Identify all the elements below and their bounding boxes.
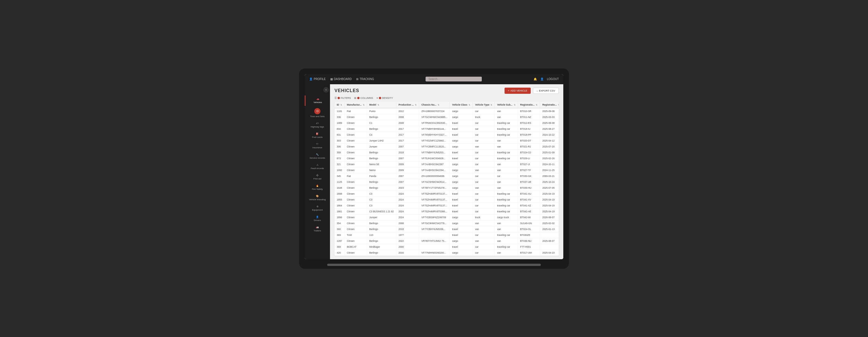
person-icon: 👤 [309,77,313,80]
table-row[interactable]: 1896CitroenJumper2024VF7YDBS9F6ZZ49709ca… [335,214,559,220]
table-row[interactable]: 1092CitroenNemo2009VF7AABHSC842294...car… [335,167,559,173]
table-cell: 834 [335,126,344,132]
notification-bell-icon[interactable]: 🔔 [533,77,537,80]
table-cell: Berlingo [367,179,396,185]
sidebar-item-service[interactable]: 🔧 Service records [305,151,330,162]
density-button[interactable]: ≡ DENSITY [376,97,393,99]
table-row[interactable]: 1089CitroenC12008VF7PM0CFAC892930...trav… [335,120,559,126]
col-registration1[interactable]: Registratio... ⇅ [518,102,540,108]
table-cell: 2025-04-19 [540,202,559,208]
table-row[interactable]: 1855CitroenC32024VF75ZH4MRV8T0137...trav… [335,197,559,202]
col-manufacturer[interactable]: Manufactur... ⇅ [344,102,367,108]
columns-button[interactable]: ⊞ COLUMNS [354,97,373,99]
table-cell: 2017 [396,126,419,132]
search-input[interactable] [426,77,482,81]
table-cell: 420 [335,250,344,256]
sidebar-item-trailers[interactable]: 🚛 Trailers [305,224,330,234]
table-row[interactable]: 345FiatPanda2007ZFA16900000994696cargoca… [335,173,559,179]
table-row[interactable]: 369BOBCATMiniBager2000travelcartraveling… [335,244,559,250]
table-cell: van [495,220,518,226]
table-cell: 2025-04-23 [540,250,559,256]
sidebar-item-fuel[interactable]: ⛽ Fuel cards [305,130,330,141]
table-cell: ZFA18800007037224 [419,108,450,114]
table-row[interactable]: 306CitroenJumper2007VF7YCBMFC113520...ca… [335,143,559,149]
table-row[interactable]: 1101FiatPunto2012ZFA18800007037224cargoc… [335,108,559,114]
table-cell: traveling car [495,202,518,208]
table-cell: Citroen [344,202,367,208]
export-csv-button[interactable]: ↓ EXPORT CSV [533,88,559,94]
col-chassis[interactable]: Chassis Nu... ⇅ [419,102,450,108]
table-cell: VF7AABHSC842294... [419,167,450,173]
col-model[interactable]: Model ⇅ [367,102,396,108]
table-row[interactable]: 321CitroenNemo 582009VF7AABHSC842387carg… [335,161,559,167]
table-row[interactable]: 831CitroenC42017VF7KNBHYKHY3327...travel… [335,132,559,138]
sidebar-item-fault[interactable]: ⚠ Fault records [305,162,330,172]
nav-dashboard-link[interactable]: ▦ DASHBOARD [330,77,352,80]
table-cell: 2017 [396,132,419,138]
sidebar-toggle-button[interactable]: ‹ [323,87,329,93]
table-cell [419,244,450,250]
table-cell: 2025-04-19 [540,208,559,214]
table-cell: BT041-XV [518,197,540,202]
table-cell: 1287 [335,238,344,244]
table-cell: Berlingo [367,238,396,244]
nav-tracking-link[interactable]: ⊞ TRACKING [356,77,374,80]
table-cell: van [473,185,495,191]
col-production[interactable]: Production ... ⇅ [396,102,419,108]
table-row[interactable]: 354CitroenBerlingo2008VF7GC9HWC543778...… [335,220,559,226]
sidebar-item-vehicles[interactable]: 🚗 Vehicles [305,96,330,106]
table-row[interactable]: 834CitroenBerlingo2017VF77NBHY8HN5144...… [335,126,559,132]
table-row[interactable]: 303CitroenJumper L4H22017VF7YDZMFC1Z5882… [335,138,559,143]
top-navigation-bar: 👤 PROFILE ▦ DASHBOARD ⊞ TRACKING 🔔 👤 LOG… [305,74,563,84]
table-row[interactable]: 1648CitroenBerlingo2023VF7EFY1T72FN5278.… [335,185,559,191]
table-cell: Citroen [344,161,367,167]
table-cell: travel [450,149,473,155]
table-row[interactable]: 309CitroenBerlingo2018VF77NBHY6JN5253...… [335,149,559,155]
table-row[interactable]: 1287CitroenBerlingo2022VR7EFYHT2JN52 75.… [335,238,559,244]
table-row[interactable]: 336CitroenBerlingo2008VF7GCWHWC943885...… [335,114,559,120]
table-row[interactable]: 369TAM1101977travelcartraveling carBT030… [335,232,559,238]
col-vehicle-type[interactable]: Vehicle Type ⇅ [473,102,495,108]
sidebar-item-branding[interactable]: 🎨 Vehicle branding [305,193,330,203]
sidebar-item-tires[interactable]: ⊙ Tires and Sets [305,106,330,120]
sidebar-item-firesafety[interactable]: 🔥 Fire Safety [305,182,330,193]
table-cell: Citroen [344,126,367,132]
table-cell: van [495,250,518,256]
table-cell: Panda [367,173,396,179]
table-cell: van [473,143,495,149]
table-cell: van [495,167,518,173]
table-row[interactable]: 1898CitroenC32024VF75ZH4MRV8T0137...trav… [335,191,559,197]
col-vehicle-sub[interactable]: Vehicle Sub... ⇅ [495,102,518,108]
table-cell: 2007 [396,179,419,185]
table-row[interactable]: 360CitroenBerlingo2018VF77CBHY6JN5336...… [335,226,559,232]
table-cell: Nemo [367,167,396,173]
table-cell: 2099-03-21 [540,173,559,179]
nav-profile-link[interactable]: 👤 PROFILE [309,77,326,80]
col-id[interactable]: ID ⇅ [335,102,344,108]
table-cell: 2007 [396,155,419,161]
density-dot [379,97,381,99]
table-row[interactable]: 420CitroenBerlingo2016VF77N9HN0GN5200...… [335,250,559,256]
table-cell: travel [450,202,473,208]
sidebar-item-firstaid[interactable]: ➕ First aid [305,172,330,182]
sidebar-item-drivers[interactable]: 👤 Drivers [305,213,330,224]
table-cell: 309 [335,149,344,155]
logout-label[interactable]: LOGOUT [547,77,559,80]
sidebar-item-equipment[interactable]: ⚙ Equipment [305,203,330,213]
table-row[interactable]: 1125CitroenBerlingo2007VF7GC5HWC943514..… [335,179,559,185]
alert-icon: ⚠ [316,164,318,166]
table-row[interactable]: 1861CitroenC3 BUSINESS 1.21 822024VF75ZH… [335,208,559,214]
table-cell: traveling car [495,244,518,250]
table-cell: 2025-07-05 [540,185,559,191]
table-cell [540,244,559,250]
table-row[interactable]: 873CitroenBerlingo2007VF75JH1WC934928...… [335,155,559,161]
table-row[interactable]: 1864CitroenC32024VF75ZH4MRV8T0137...trav… [335,202,559,208]
col-vehicle-class[interactable]: Vehicle Class ⇅ [450,102,473,108]
sidebar-item-highway[interactable]: 🏷 Highway tags [305,120,330,130]
table-cell: BT042-AE [518,208,540,214]
col-registration2[interactable]: Registratio... ⇅ [540,102,559,108]
filters-button[interactable]: ☰ FILTERS [335,97,351,99]
sidebar-item-insurance[interactable]: 🛡 Insurance [305,141,330,151]
add-vehicle-button[interactable]: + ADD VEHICLE [504,88,531,94]
table-cell: cargo [450,167,473,173]
